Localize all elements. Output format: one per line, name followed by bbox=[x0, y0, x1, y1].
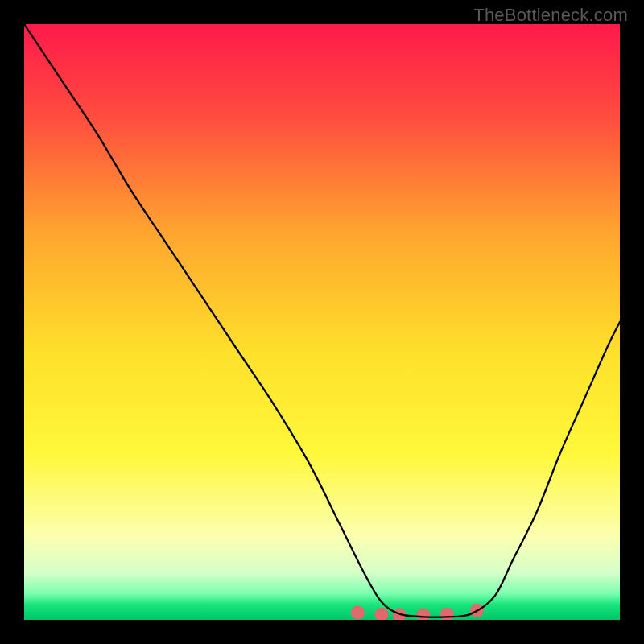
watermark-text: TheBottleneck.com bbox=[473, 5, 628, 26]
gradient-background bbox=[24, 24, 620, 620]
plot-area bbox=[24, 24, 620, 620]
plot-svg bbox=[24, 24, 620, 620]
optimal-marker bbox=[351, 606, 365, 620]
chart-frame: TheBottleneck.com bbox=[0, 0, 644, 644]
